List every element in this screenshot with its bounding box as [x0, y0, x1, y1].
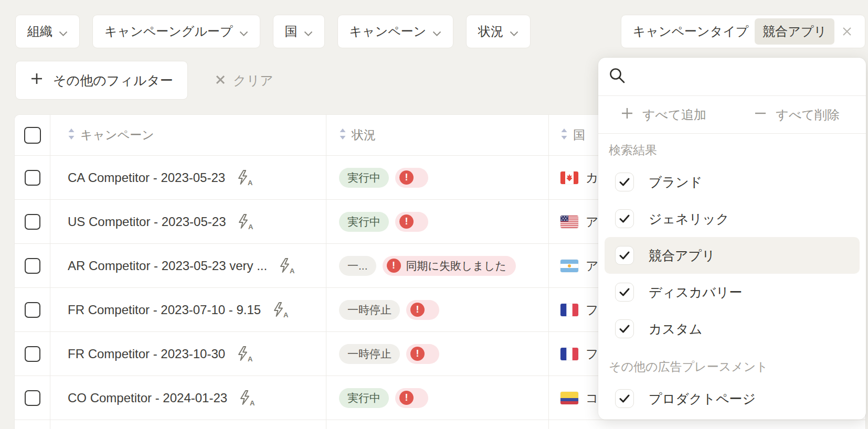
status-badge: 実行中 — [339, 212, 389, 232]
campaign-name-link[interactable]: FR Competitor - 2023-07-10 - 9.15 — [68, 303, 261, 317]
filter-country-button[interactable]: 国 — [273, 15, 325, 48]
filter-label: 組織 — [27, 23, 52, 40]
sync-error-text: 同期に失敗しました — [406, 259, 506, 273]
option-label: ジェネリック — [649, 210, 729, 228]
option-checkbox[interactable] — [615, 319, 634, 338]
svg-text:A: A — [248, 355, 253, 362]
campaign-name-link[interactable]: AR Competitor - 2023-05-23 very ... — [68, 259, 267, 273]
dropdown-option[interactable]: ディスカバリー — [605, 274, 860, 310]
row-checkbox[interactable] — [25, 302, 40, 318]
more-filters-label: その他のフィルター — [53, 72, 173, 89]
campaign-name-link[interactable]: FR Competitor - 2023-10-30 — [68, 347, 225, 361]
france-flag-icon — [560, 348, 578, 360]
filter-campaign-button[interactable]: キャンペーン — [337, 15, 454, 48]
dropdown-option[interactable]: プロダクトページ — [605, 380, 860, 417]
filter-bar: 組織キャンペーングループ国キャンペーン状況 — [15, 15, 531, 48]
automation-lightning-icon: A — [235, 346, 253, 362]
plus-icon — [30, 72, 44, 89]
status-badge: 一時停止 — [339, 344, 400, 364]
row-checkbox[interactable] — [25, 258, 40, 274]
campaign-type-filter-dropdown: すべて追加 すべて削除 検索結果 ブランド ジェネリック 競合アプリ — [598, 58, 866, 420]
status-badge: 実行中 — [339, 168, 389, 188]
filter-label: 状況 — [478, 23, 503, 40]
dropdown-search-input[interactable] — [633, 69, 855, 84]
filter-label: キャンペーン — [350, 23, 427, 40]
sort-by-country[interactable]: 国 — [560, 127, 585, 143]
option-checkbox[interactable] — [615, 389, 634, 408]
dropdown-option[interactable]: ブランド — [605, 164, 860, 200]
option-checkbox[interactable] — [615, 209, 634, 228]
automation-lightning-icon: A — [277, 258, 295, 274]
error-exclamation-icon: ! — [387, 259, 401, 273]
row-checkbox[interactable] — [25, 170, 40, 186]
option-checkbox[interactable] — [615, 173, 634, 191]
option-label: カスタム — [649, 320, 702, 338]
remove-all-button[interactable]: すべて削除 — [754, 106, 840, 123]
add-all-button[interactable]: すべて追加 — [620, 106, 706, 123]
dropdown-bulk-actions: すべて追加 すべて削除 — [598, 96, 866, 134]
error-exclamation-icon: ! — [410, 347, 425, 361]
sort-by-status[interactable]: 状況 — [339, 127, 376, 143]
add-all-label: すべて追加 — [642, 106, 706, 123]
sync-error-badge: ! — [395, 168, 428, 188]
filter-campaign-type-button[interactable]: キャンペーンタイプ 競合アプリ — [621, 15, 865, 48]
sync-error-badge: ! — [395, 212, 428, 232]
filter-status-button[interactable]: 状況 — [466, 15, 531, 48]
select-all-checkbox[interactable] — [24, 127, 41, 144]
campaign-name-link[interactable]: US Competitor - 2023-05-23 — [68, 214, 226, 229]
remove-all-label: すべて削除 — [776, 106, 840, 123]
remove-campaign-type-filter-icon[interactable] — [841, 25, 853, 38]
error-exclamation-icon: ! — [399, 214, 414, 229]
campaign-type-selected-tag[interactable]: 競合アプリ — [755, 18, 834, 45]
option-label: プロダクトページ — [649, 390, 756, 407]
filter-organization-button[interactable]: 組織 — [15, 15, 80, 48]
chevron-down-icon — [304, 25, 313, 40]
svg-text:A: A — [290, 267, 295, 274]
france-flag-icon — [560, 304, 578, 316]
automation-lightning-icon: A — [235, 213, 254, 230]
dropdown-option[interactable]: 競合アプリ — [605, 237, 860, 274]
clear-filters-button[interactable]: クリア — [215, 72, 273, 89]
dropdown-option[interactable]: カスタム — [605, 310, 860, 347]
dropdown-option[interactable]: ジェネリック — [605, 200, 860, 237]
plus-icon — [620, 106, 634, 123]
filter-label: キャンペーングループ — [104, 23, 233, 40]
sort-icon — [339, 128, 346, 142]
filter-campaign-type-label: キャンペーンタイプ — [633, 23, 749, 40]
clear-filters-label: クリア — [233, 72, 273, 89]
automation-lightning-icon: A — [237, 390, 256, 406]
option-label: ディスカバリー — [649, 284, 743, 301]
campaign-name-link[interactable]: CA Competitor - 2023-05-23 — [68, 170, 225, 185]
sync-error-badge: ! 同期に失敗しました — [383, 256, 516, 276]
sync-error-badge: ! — [395, 388, 428, 408]
row-checkbox[interactable] — [25, 390, 40, 406]
option-checkbox[interactable] — [615, 246, 634, 265]
clear-x-icon — [215, 73, 226, 88]
status-badge: 実行中 — [339, 388, 389, 408]
table-row-partial — [15, 420, 865, 429]
filter-bar-secondary: その他のフィルター クリア — [15, 61, 273, 100]
svg-text:A: A — [250, 399, 255, 406]
dropdown-options-list: 検索結果 ブランド ジェネリック 競合アプリ ディスカバリー カスタム その他の… — [598, 134, 866, 420]
option-checkbox[interactable] — [615, 283, 634, 302]
automation-lightning-icon: A — [270, 302, 289, 318]
automation-lightning-icon: A — [235, 169, 253, 186]
search-icon — [609, 67, 626, 86]
colombia-flag-icon — [560, 392, 578, 404]
more-filters-button[interactable]: その他のフィルター — [15, 61, 188, 100]
sort-icon — [68, 128, 75, 142]
argentina-flag-icon — [560, 260, 578, 272]
error-exclamation-icon: ! — [399, 391, 414, 405]
sort-icon — [560, 128, 568, 142]
sort-by-campaign[interactable]: キャンペーン — [68, 127, 154, 143]
svg-text:A: A — [248, 179, 253, 186]
row-checkbox[interactable] — [25, 346, 40, 362]
option-label: 競合アプリ — [649, 247, 715, 264]
error-exclamation-icon: ! — [399, 170, 414, 185]
campaign-name-link[interactable]: CO Competitor - 2024-01-23 — [68, 391, 227, 405]
chevron-down-icon — [432, 25, 441, 40]
column-header-country: 国 — [573, 127, 585, 143]
row-checkbox[interactable] — [25, 214, 40, 230]
filter-campaign-group-button[interactable]: キャンペーングループ — [92, 15, 260, 48]
option-label: ブランド — [649, 174, 702, 191]
